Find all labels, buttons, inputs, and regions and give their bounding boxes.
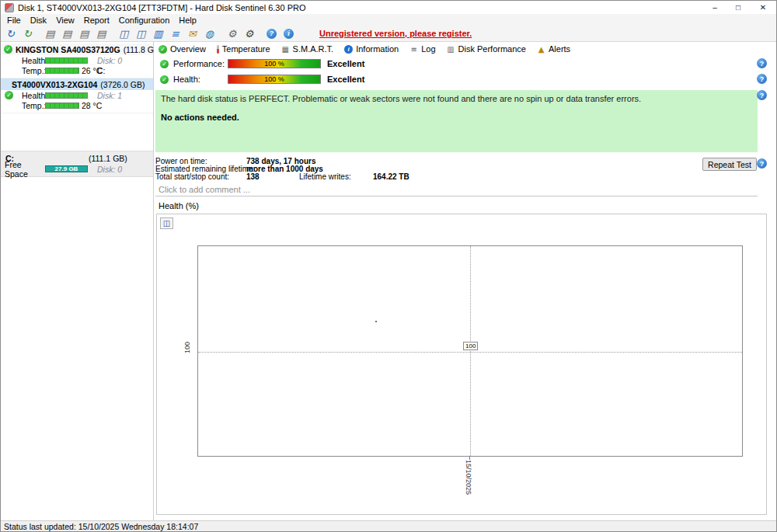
temp-label: Temp.: <box>22 101 45 110</box>
repeat-test-button[interactable]: Repeat Test <box>702 158 757 171</box>
printer-icon: ▤ <box>45 29 54 39</box>
window-controls: – □ ✕ <box>703 1 776 14</box>
print-button[interactable]: ▤ <box>42 26 58 41</box>
maximize-button[interactable]: □ <box>726 1 750 14</box>
menu-item-file[interactable]: File <box>2 14 26 26</box>
floppy-icon: ◫ <box>163 220 170 228</box>
menu-item-report[interactable]: Report <box>79 14 114 26</box>
monitor-button[interactable]: ▥ <box>150 26 166 41</box>
stat-value: 138 <box>246 173 299 181</box>
performance-row: ✓ Performance: 100 % Excellent <box>154 56 776 71</box>
stat-label: Lifetime writes: <box>299 173 373 181</box>
toolbar-separator <box>37 26 41 41</box>
tab-smart[interactable]: ▦ S.M.A.R.T. <box>281 44 334 54</box>
app-icon <box>5 3 14 12</box>
menu-item-help[interactable]: Help <box>174 14 201 26</box>
report-button[interactable]: ≡ <box>167 26 183 41</box>
disk-sidebar: ✓ KINGSTON SA400S37120G (111.8 GB) Healt… <box>1 42 154 520</box>
disk-ok-icon: ✓ <box>5 91 13 99</box>
health-label: Health: <box>22 56 45 65</box>
help-icon[interactable]: ? <box>757 58 767 68</box>
minimize-button[interactable]: – <box>703 1 726 14</box>
disk-0-header[interactable]: ✓ KINGSTON SA400S37120G (111.8 GB) <box>1 43 153 55</box>
export-button[interactable]: ◫ <box>133 26 149 41</box>
printer-settings-icon: ▤ <box>96 29 106 39</box>
temp-bar <box>45 103 79 109</box>
monitor-icon: ▥ <box>153 29 162 39</box>
register-link[interactable]: Unregistered version, please register. <box>319 29 472 38</box>
partition-list-item[interactable]: C: (111.1 GB) Free Space 27.9 GB Disk: 0 <box>1 151 153 177</box>
help-button[interactable]: ? <box>263 26 280 41</box>
mail-icon: ✉ <box>188 29 197 39</box>
tab-information[interactable]: i Information <box>344 44 399 54</box>
close-button[interactable]: ✕ <box>750 1 776 14</box>
help-icon[interactable]: ? <box>757 74 767 84</box>
app-window: Disk 1, ST4000VX013-2XG104 [ZTT3FDTM] - … <box>0 0 777 532</box>
health-gauge: 100 % <box>228 75 321 84</box>
comment-field[interactable]: Click to add comment ... <box>155 185 758 196</box>
performance-label: Performance: <box>173 59 223 68</box>
tab-disk-performance[interactable]: ▥ Disk Performance <box>447 44 526 54</box>
toolbar-separator <box>218 26 223 41</box>
network-settings-button[interactable]: ⚙ <box>241 26 257 41</box>
export-icon: ◫ <box>136 29 145 39</box>
stat-value: 164.22 TB <box>373 173 409 181</box>
menu-item-configuration[interactable]: Configuration <box>114 14 174 26</box>
tab-log[interactable]: ≡ Log <box>409 44 435 54</box>
free-space-value: 27.9 GB <box>55 165 78 172</box>
performance-ok-icon: ✓ <box>160 60 169 68</box>
gear-icon: ⚙ <box>228 29 237 39</box>
health-row: ✓ Health: 100 % Excellent <box>154 71 776 87</box>
globe-icon: ◍ <box>205 29 214 39</box>
performance-value: 100 % <box>264 60 284 68</box>
printer-report-icon: ▤ <box>79 29 89 39</box>
menu-bar: File Disk View Report Configuration Help <box>1 14 776 26</box>
disk-ok-icon: ✓ <box>4 45 12 54</box>
tab-label: Log <box>421 44 435 54</box>
tab-temperature[interactable]: Temperature <box>217 44 270 54</box>
disk-number: Disk: 1 <box>97 91 122 100</box>
menu-item-view[interactable]: View <box>51 14 79 26</box>
drive-letter: C: <box>97 66 106 75</box>
print-preview-button[interactable]: ▤ <box>59 26 75 41</box>
overview-check-icon: ✓ <box>159 45 167 54</box>
overview-stats: Power on time: 738 days, 17 hours Estima… <box>155 158 776 183</box>
tab-alerts[interactable]: ▲ Alerts <box>537 44 570 54</box>
toolbar-separator <box>110 26 115 41</box>
disk-1-header[interactable]: ST4000VX013-2XG104 (3726.0 GB) <box>1 78 153 90</box>
tab-label: Disk Performance <box>458 44 526 54</box>
disk-list-item-1[interactable]: ST4000VX013-2XG104 (3726.0 GB) ✓ Health:… <box>1 78 153 113</box>
save-chart-button[interactable]: ◫ <box>160 217 173 229</box>
health-label: Health: <box>173 75 223 84</box>
printer-preview-icon: ▤ <box>62 29 71 39</box>
disk-list-item-0[interactable]: ✓ KINGSTON SA400S37120G (111.8 GB) Healt… <box>1 43 153 78</box>
help-icon[interactable]: ? <box>757 158 767 169</box>
performance-rating: Excellent <box>327 59 364 68</box>
chart-plot-area[interactable]: 100 <box>197 245 743 457</box>
disk-1-health-row: ✓ Health: Disk: 1 <box>1 90 153 100</box>
menu-item-disk[interactable]: Disk <box>26 14 51 26</box>
mail-button[interactable]: ✉ <box>184 26 200 41</box>
performance-gauge: 100 % <box>228 59 321 68</box>
partition-free-row: Free Space 27.9 GB Disk: 0 <box>1 164 153 174</box>
save-report-button[interactable]: ◫ <box>116 26 132 41</box>
help-icon[interactable]: ? <box>757 90 767 100</box>
rescan-button[interactable]: ↻ <box>19 26 36 41</box>
health-bar <box>45 92 88 99</box>
rescan-icon: ↻ <box>23 29 32 39</box>
settings-button[interactable]: ⚙ <box>224 26 240 41</box>
sidebar-spacer <box>1 113 153 151</box>
disk-status-action: No actions needed. <box>161 113 752 122</box>
tab-label: Temperature <box>222 44 270 54</box>
window-title: Disk 1, ST4000VX013-2XG104 [ZTT3FDTM] - … <box>18 3 305 12</box>
print-settings-button[interactable]: ▤ <box>93 26 110 41</box>
tab-overview[interactable]: ✓ Overview <box>159 44 206 54</box>
refresh-button[interactable]: ↻ <box>2 26 19 41</box>
print-report-button[interactable]: ▤ <box>76 26 92 41</box>
chart-point-label: 100 <box>463 342 478 350</box>
info-icon: i <box>284 29 294 39</box>
about-button[interactable]: i <box>280 26 297 41</box>
web-button[interactable]: ◍ <box>201 26 218 41</box>
chart-x-tick-label: 15/10/2025 <box>465 460 472 495</box>
disk-number: Disk: 0 <box>97 56 122 65</box>
